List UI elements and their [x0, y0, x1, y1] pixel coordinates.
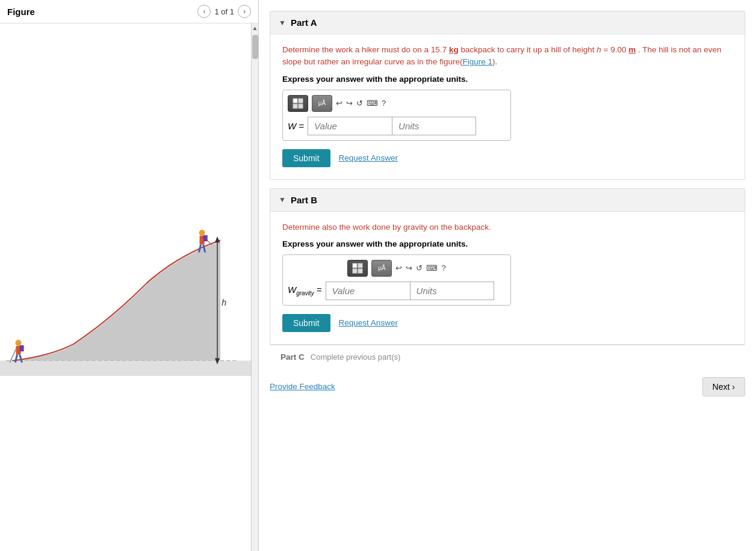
- undo-icon-a[interactable]: ↩: [336, 99, 342, 108]
- part-b-units-input[interactable]: [410, 282, 494, 300]
- part-a-action-row: Submit Request Answer: [282, 149, 733, 167]
- part-a-section: ▼ Part A Determine the work a hiker must…: [270, 11, 745, 180]
- part-c-status: Complete previous part(s): [311, 352, 401, 362]
- part-a-value-input[interactable]: [308, 117, 392, 135]
- svg-rect-17: [20, 345, 24, 351]
- svg-rect-22: [353, 263, 357, 268]
- part-a-answer-row: W =: [288, 117, 506, 135]
- right-panel: ▼ Part A Determine the work a hiker must…: [259, 0, 756, 551]
- part-b-section: ▼ Part B Determine also the work done by…: [270, 188, 745, 345]
- part-a-body: Determine the work a hiker must do on a …: [270, 34, 745, 179]
- part-b-answer-row: Wgravity =: [288, 282, 506, 300]
- part-b-label: Part B: [291, 195, 317, 205]
- svg-rect-18: [293, 99, 297, 103]
- provide-feedback-link[interactable]: Provide Feedback: [270, 382, 335, 391]
- svg-rect-0: [0, 361, 251, 376]
- reset-icon-a[interactable]: ↺: [356, 99, 363, 108]
- part-b-body: Determine also the work done by gravity …: [270, 212, 745, 344]
- problem-text-1: Determine the work a hiker must do on a …: [282, 45, 722, 66]
- part-a-submit-button[interactable]: Submit: [282, 149, 330, 167]
- svg-rect-11: [203, 235, 208, 241]
- svg-rect-23: [358, 263, 362, 268]
- part-a-arrow: ▼: [279, 19, 286, 27]
- matrix-button-a[interactable]: [288, 95, 308, 112]
- part-b-express-label: Express your answer with the appropriate…: [282, 239, 733, 248]
- keyboard-icon-a[interactable]: ⌨: [367, 99, 378, 108]
- part-b-value-input[interactable]: [326, 282, 410, 300]
- part-a-input-box: μÅ ↩ ↪ ↺ ⌨ ? W =: [282, 90, 511, 141]
- svg-rect-21: [299, 104, 303, 108]
- part-a-express-label: Express your answer with the appropriate…: [282, 75, 733, 84]
- figure-next-button[interactable]: ›: [238, 5, 251, 18]
- svg-rect-24: [353, 269, 357, 273]
- part-b-submit-button[interactable]: Submit: [282, 314, 330, 332]
- bottom-row: Provide Feedback Next ›: [259, 369, 756, 405]
- part-a-request-answer-link[interactable]: Request Answer: [339, 153, 398, 162]
- figure-link[interactable]: Figure 1: [462, 57, 492, 66]
- svg-rect-20: [293, 104, 297, 108]
- part-c-row: Part C Complete previous part(s): [270, 345, 745, 369]
- part-a-label: Part A: [291, 17, 317, 28]
- svg-rect-25: [358, 269, 362, 273]
- figure-page: 1 of 1: [214, 7, 234, 16]
- part-b-toolbar: μÅ ↩ ↪ ↺ ⌨ ?: [288, 260, 506, 277]
- greek-button-b[interactable]: μÅ: [371, 260, 392, 277]
- part-b-arrow: ▼: [279, 195, 286, 204]
- figure-title: Figure: [7, 7, 197, 17]
- greek-button-a[interactable]: μÅ: [312, 95, 332, 112]
- next-chevron: ›: [732, 382, 735, 392]
- part-a-units-input[interactable]: [392, 117, 476, 135]
- svg-point-12: [15, 340, 21, 346]
- part-b-input-box: μÅ ↩ ↪ ↺ ⌨ ? Wgravity =: [282, 254, 511, 306]
- svg-text:h: h: [222, 298, 226, 307]
- figure-scrollbar[interactable]: ▲: [251, 23, 258, 551]
- part-b-request-answer-link[interactable]: Request Answer: [339, 318, 398, 327]
- hill-illustration: h: [0, 23, 251, 551]
- part-b-action-row: Submit Request Answer: [282, 314, 733, 332]
- part-a-eq-label: W =: [288, 121, 304, 131]
- part-b-problem-text: Determine also the work done by gravity …: [282, 221, 733, 233]
- next-button[interactable]: Next ›: [702, 377, 745, 396]
- matrix-button-b[interactable]: [347, 260, 368, 277]
- problem-text-close: ).: [492, 57, 497, 66]
- part-b-eq-label: Wgravity =: [288, 285, 322, 297]
- svg-marker-3: [215, 236, 220, 242]
- part-b-header: ▼ Part B: [270, 189, 745, 212]
- undo-icon-b[interactable]: ↩: [395, 263, 402, 272]
- part-a-header: ▼ Part A: [270, 11, 745, 34]
- figure-nav: ‹ 1 of 1 ›: [197, 5, 251, 18]
- help-icon-b[interactable]: ?: [441, 263, 445, 272]
- redo-icon-b[interactable]: ↪: [406, 263, 412, 272]
- figure-header: Figure ‹ 1 of 1 ›: [0, 0, 258, 23]
- part-a-problem-text: Determine the work a hiker must do on a …: [282, 44, 733, 69]
- svg-point-6: [199, 230, 205, 236]
- left-panel: Figure ‹ 1 of 1 › ▲: [0, 0, 259, 551]
- figure-canvas: ▲ h: [0, 23, 258, 551]
- scrollbar-thumb[interactable]: [252, 35, 258, 59]
- reset-icon-b[interactable]: ↺: [416, 263, 423, 272]
- keyboard-icon-b[interactable]: ⌨: [426, 263, 438, 272]
- part-a-toolbar: μÅ ↩ ↪ ↺ ⌨ ?: [288, 95, 506, 112]
- figure-prev-button[interactable]: ‹: [197, 5, 211, 18]
- scroll-up-arrow[interactable]: ▲: [251, 23, 258, 32]
- next-label: Next: [713, 382, 730, 392]
- redo-icon-a[interactable]: ↪: [346, 99, 353, 108]
- svg-rect-19: [299, 99, 303, 103]
- part-c-label: Part C: [280, 352, 305, 362]
- help-icon-a[interactable]: ?: [382, 99, 386, 108]
